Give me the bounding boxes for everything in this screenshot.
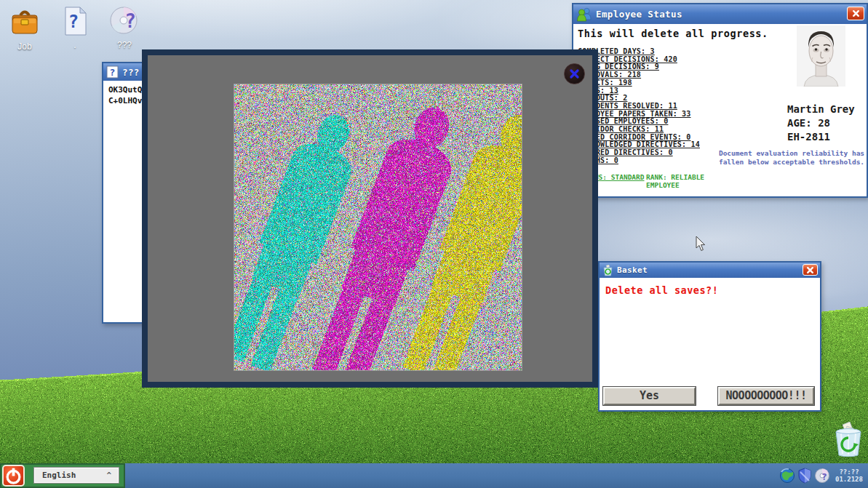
static-noise-image — [234, 84, 522, 371]
svg-text:?: ? — [68, 12, 79, 32]
delete-progress-headline: This will delete all progress. — [578, 28, 768, 39]
power-start-button[interactable] — [2, 465, 25, 487]
basket-window: Basket Delete all saves?! Yes NOOOOOOOOO… — [598, 261, 821, 412]
desktop-icon-document[interactable]: ? . — [52, 6, 98, 50]
delete-saves-message: Delete all saves?! — [605, 284, 718, 296]
basket-title: Basket — [617, 265, 648, 275]
svg-text:?: ? — [821, 471, 827, 482]
people-icon — [576, 7, 592, 22]
power-icon — [4, 466, 23, 486]
desktop-icon-disc[interactable]: ? ??? — [101, 6, 148, 50]
employee-portrait — [797, 25, 845, 87]
svg-text:?: ? — [110, 67, 116, 78]
basket-body: Delete all saves?! Yes NOOOOOOOOO!!! — [600, 278, 820, 410]
language-label: English — [42, 471, 76, 480]
yes-button[interactable]: Yes — [603, 387, 696, 405]
close-icon[interactable] — [803, 264, 818, 276]
briefcase-icon — [9, 7, 40, 38]
question-disc-icon: ? — [109, 6, 140, 36]
disc-question-icon[interactable]: ? — [814, 468, 830, 484]
employee-age: AGE: 28 — [787, 116, 867, 130]
desktop-icon-label: Job — [1, 41, 48, 52]
clock-date: 01.2128 — [832, 476, 867, 483]
basket-titlebar[interactable]: Basket — [600, 263, 820, 278]
taskbar: English ^ ? ??:?? 01.2128 — [0, 463, 868, 488]
image-viewer-window — [142, 49, 598, 388]
employee-status-title: Employee Status — [596, 9, 682, 20]
employee-id: EH-2811 — [787, 130, 867, 144]
employee-identity: Martin Grey AGE: 28 EH-2811 — [787, 103, 867, 144]
question-document-icon: ? — [60, 6, 90, 36]
globe-icon[interactable] — [779, 468, 795, 484]
svg-text:?: ? — [124, 10, 136, 32]
taskbar-clock: ??:?? 01.2128 — [832, 468, 867, 483]
rank-badge: RANK: RELIABLE EMPLOYEE — [646, 173, 719, 189]
language-selector[interactable]: English ^ — [33, 467, 119, 484]
desktop-icon-label: . — [52, 40, 98, 50]
chevron-up-icon: ^ — [106, 471, 111, 480]
desktop-icon-job[interactable]: Job — [1, 7, 48, 52]
close-icon[interactable] — [847, 7, 864, 20]
recycle-bin-icon[interactable] — [832, 422, 864, 457]
no-button[interactable]: NOOOOOOOOO!!! — [718, 387, 814, 405]
clock-time: ??:?? — [832, 468, 867, 476]
close-icon[interactable] — [564, 63, 585, 84]
employee-status-window: Employee Status This will delete all pro… — [572, 3, 868, 198]
employee-status-titlebar[interactable]: Employee Status — [573, 4, 867, 24]
obscured-window-title: ??? — [122, 67, 140, 78]
employee-name: Martin Grey — [787, 103, 867, 116]
question-document-icon: ? — [106, 65, 119, 79]
employee-status-body: This will delete all progress. COMPLETED… — [573, 24, 867, 196]
game-desktop: Job ? . ? ??? ? ??? — [0, 0, 868, 488]
recycle-bin-icon — [602, 265, 613, 276]
desktop-icon-label: ??? — [101, 40, 148, 50]
shield-icon[interactable] — [797, 468, 813, 484]
system-tray: ? — [779, 468, 830, 484]
reliability-warning: Document evaluation reliability has fall… — [716, 149, 867, 167]
